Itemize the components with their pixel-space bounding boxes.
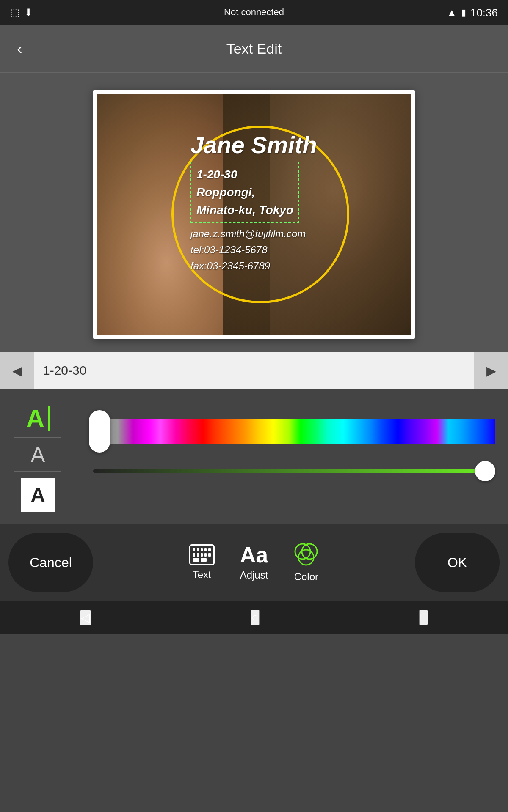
color-icon	[293, 542, 319, 568]
card-name: Jane Smith	[190, 132, 317, 158]
keyboard-icon	[189, 544, 215, 565]
card-text-content: Jane Smith 1-20-30 Roppongi, Minato-ku, …	[190, 132, 317, 274]
status-bar-left: ⬚ ⬇	[10, 7, 33, 19]
key-dot	[201, 548, 203, 551]
nav-back-button[interactable]: ◁	[80, 610, 91, 625]
font-divider-2	[14, 471, 61, 472]
key-dot	[193, 558, 199, 562]
toolbar-icons: Text Aa Adjust Color	[93, 542, 415, 583]
screenshot-icon: ⬚	[10, 7, 20, 19]
status-bar-right: ▲ ▮ 10:36	[447, 6, 498, 19]
key-dot	[204, 548, 207, 551]
brightness-thumb[interactable]	[475, 461, 495, 481]
cancel-button[interactable]: Cancel	[8, 533, 93, 592]
card-dotted-box: 1-20-30 Roppongi, Minato-ku, Tokyo	[190, 162, 299, 223]
toolbar-text-item[interactable]: Text	[189, 544, 215, 581]
card-container[interactable]: Jane Smith 1-20-30 Roppongi, Minato-ku, …	[93, 90, 415, 339]
toolbar-adjust-label: Adjust	[240, 569, 268, 581]
key-dot	[208, 548, 210, 551]
card-tel: tel:03-1234-5678	[190, 244, 267, 255]
battery-icon: ▮	[461, 7, 466, 18]
font-style-box[interactable]: A	[21, 478, 55, 512]
key-dot	[197, 548, 199, 551]
key-dot	[208, 553, 210, 557]
address-line2: Roppongi,	[196, 186, 255, 199]
font-style-plain[interactable]: A	[31, 444, 45, 465]
brightness-track[interactable]	[93, 469, 491, 473]
canvas-area: Jane Smith 1-20-30 Roppongi, Minato-ku, …	[0, 73, 508, 352]
card-contact: jane.z.smith@fujifilm.com tel:03-1234-56…	[190, 226, 317, 274]
spectrum-bar[interactable]	[106, 419, 495, 444]
font-divider-1	[14, 437, 61, 438]
key-dot	[193, 553, 195, 557]
bottom-nav: ◁ ○ □	[0, 601, 508, 634]
card-photo-bg: Jane Smith 1-20-30 Roppongi, Minato-ku, …	[97, 94, 411, 335]
key-dot	[197, 553, 199, 557]
font-options-panel: A A A	[0, 402, 76, 516]
edit-panel: A A A	[0, 389, 508, 524]
toolbar-color-label: Color	[294, 571, 318, 583]
brightness-slider-container	[89, 469, 495, 473]
color-picker-area	[76, 402, 508, 516]
adjust-icon: Aa	[240, 544, 268, 566]
text-selector-bar: ◀ 1-20-30 ▶	[0, 352, 508, 389]
cursor-line	[48, 406, 50, 431]
toolbar-color-item[interactable]: Color	[293, 542, 319, 583]
bottom-toolbar: Cancel Text Aa Adjust	[0, 524, 508, 601]
font-a-box-label: A	[30, 483, 45, 507]
download-icon: ⬇	[24, 7, 33, 19]
spectrum-bar-container	[89, 410, 495, 453]
connection-status: Not connected	[224, 7, 284, 18]
page-title: Text Edit	[226, 41, 282, 57]
status-bar: ⬚ ⬇ Not connected ▲ ▮ 10:36	[0, 0, 508, 25]
toolbar-adjust-item[interactable]: Aa Adjust	[240, 544, 268, 581]
svg-point-2	[298, 550, 314, 565]
nav-recent-button[interactable]: □	[419, 610, 428, 625]
font-a-green-label: A	[26, 406, 44, 431]
nav-home-button[interactable]: ○	[251, 610, 260, 625]
card-email: jane.z.smith@fujifilm.com	[190, 228, 306, 239]
ok-button[interactable]: OK	[415, 533, 500, 592]
font-style-green[interactable]: A	[26, 406, 50, 431]
color-circles-svg	[293, 542, 319, 568]
key-dot	[201, 558, 207, 562]
key-dot	[204, 553, 207, 557]
next-text-button[interactable]: ▶	[474, 352, 508, 389]
font-a-plain-label: A	[31, 443, 45, 466]
address-line1: 1-20-30	[196, 168, 237, 181]
wifi-icon: ▲	[447, 7, 457, 19]
text-field-display[interactable]: 1-20-30	[34, 352, 474, 389]
svg-point-0	[295, 544, 310, 559]
address-line3: Minato-ku, Tokyo	[196, 203, 293, 217]
toolbar-text-label: Text	[193, 569, 211, 581]
prev-text-button[interactable]: ◀	[0, 352, 34, 389]
svg-point-1	[302, 544, 317, 559]
spectrum-thumb[interactable]	[89, 410, 110, 453]
top-bar: ‹ Text Edit	[0, 25, 508, 72]
card-fax: fax:03-2345-6789	[190, 260, 270, 272]
status-time: 10:36	[470, 6, 498, 19]
key-dot	[201, 553, 203, 557]
key-dot	[193, 548, 195, 551]
back-button[interactable]: ‹	[13, 35, 27, 63]
card-address: 1-20-30 Roppongi, Minato-ku, Tokyo	[196, 166, 293, 219]
